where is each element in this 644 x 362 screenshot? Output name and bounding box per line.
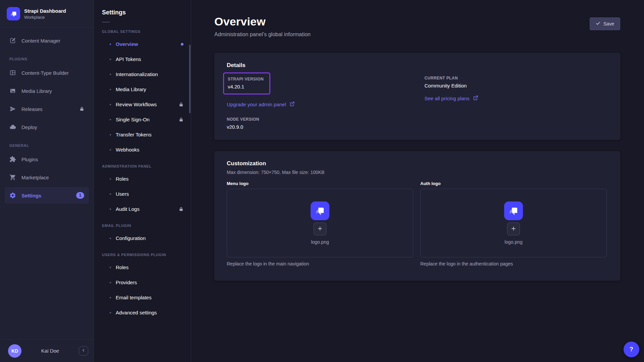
bullet-dot — [110, 44, 111, 45]
pen-icon — [9, 37, 16, 44]
gear-icon — [9, 192, 16, 199]
bullet-dot — [110, 238, 111, 239]
main-content: Overview Administration panel’s global i… — [191, 0, 644, 362]
subnav-item-label: Overview — [116, 41, 138, 47]
current-plan-field: CURRENT PLAN Community Edition — [425, 76, 607, 88]
strapi-version-highlight: STRAPI VERSION v4.20.1 — [223, 72, 270, 95]
nav-item-settings[interactable]: Settings 1 — [5, 187, 89, 204]
subnav-section-users-permissions: USERS & PERMISSIONS PLUGIN — [94, 253, 191, 257]
scrollbar-thumb[interactable] — [189, 45, 191, 113]
lock-icon — [79, 107, 84, 111]
subnav-item-webhooks[interactable]: Webhooks — [94, 142, 191, 157]
external-link-icon — [289, 101, 295, 108]
subnav-item-api-tokens[interactable]: API Tokens — [94, 52, 191, 67]
current-plan-value: Community Edition — [425, 83, 607, 88]
nav-item-releases[interactable]: Releases — [5, 101, 89, 117]
cloud-icon — [9, 124, 16, 130]
lock-icon — [179, 117, 183, 122]
logo-row: Menu logo logo.png Replace the logo in t… — [227, 181, 607, 266]
auth-logo-upload[interactable]: logo.png — [420, 189, 607, 257]
customization-constraints: Max dimension: 750×750, Max file size: 1… — [227, 170, 607, 175]
subnav-item-email-templates[interactable]: Email templates — [94, 290, 191, 305]
subnav-item-label: Users — [116, 191, 129, 197]
subnav-item-label: Single Sign-On — [116, 117, 150, 122]
add-auth-logo-button[interactable] — [507, 223, 520, 235]
auth-logo-filename: logo.png — [504, 239, 523, 245]
subnav-item-review-workflows[interactable]: Review Workflows — [94, 97, 191, 112]
subnav-item-label: Transfer Tokens — [116, 132, 152, 137]
picture-icon — [9, 87, 16, 94]
pricing-plans-link[interactable]: See all pricing plans — [425, 95, 478, 102]
lock-icon — [179, 207, 183, 212]
subnav-item-label: Audit Logs — [116, 206, 140, 212]
page-header: Overview Administration panel’s global i… — [214, 15, 620, 38]
save-button[interactable]: Save — [590, 17, 620, 30]
nav-item-content-type-builder[interactable]: Content-Type Builder — [5, 64, 89, 81]
help-button[interactable]: ? — [624, 342, 639, 357]
subnav-item-label: Media Library — [116, 86, 146, 92]
page-heading-block: Overview Administration panel’s global i… — [214, 15, 311, 38]
subnav-item-users[interactable]: Users — [94, 186, 191, 201]
nav-item-label: Content-Type Builder — [21, 70, 69, 76]
nav-item-label: Marketplace — [21, 175, 49, 180]
collapse-sidebar-button[interactable] — [79, 346, 88, 356]
bullet-dot — [110, 312, 111, 313]
menu-logo-hint: Replace the logo in the main navigation — [227, 261, 413, 266]
subnav-item-up-roles[interactable]: Roles — [94, 260, 191, 275]
nav-item-deploy[interactable]: Deploy — [5, 119, 89, 135]
subnav-item-admin-roles[interactable]: Roles — [94, 171, 191, 186]
bullet-dot — [110, 134, 111, 135]
subnav-item-label: Internationalization — [116, 71, 158, 77]
bullet-dot — [110, 297, 111, 298]
subnav-item-label: Review Workflows — [116, 102, 157, 107]
nav-item-label: Deploy — [21, 124, 37, 130]
main-nav-list: Content Manager PLUGINS Content-Type Bui… — [0, 28, 94, 339]
strapi-version-label: STRAPI VERSION — [228, 77, 264, 81]
subnav-item-label: Providers — [116, 280, 137, 285]
add-menu-logo-button[interactable] — [314, 223, 326, 235]
nav-item-label: Plugins — [21, 157, 38, 162]
cart-icon — [9, 174, 16, 181]
workspace-header[interactable]: Strapi Dashboard Workplace — [0, 0, 94, 28]
subnav-section-administration-panel: ADMINISTRATION PANEL — [94, 164, 191, 168]
workspace-subtitle: Workplace — [24, 15, 66, 20]
bullet-dot — [110, 193, 111, 195]
nav-item-media-library[interactable]: Media Library — [5, 82, 89, 99]
nav-item-content-manager[interactable]: Content Manager — [5, 32, 89, 49]
details-left-column: STRAPI VERSION v4.20.1 Upgrade your admi… — [227, 76, 409, 130]
subnav-title: Settings — [94, 9, 191, 16]
menu-logo-upload[interactable]: logo.png — [227, 189, 413, 257]
subnav-item-media-library[interactable]: Media Library — [94, 82, 191, 97]
bullet-dot — [110, 119, 111, 120]
subnav-item-label: Roles — [116, 176, 128, 182]
main-sidebar: Strapi Dashboard Workplace Content Manag… — [0, 0, 94, 362]
nav-item-marketplace[interactable]: Marketplace — [5, 169, 89, 186]
subnav-item-transfer-tokens[interactable]: Transfer Tokens — [94, 127, 191, 142]
subnav-item-label: API Tokens — [116, 56, 141, 62]
subnav-item-internationalization[interactable]: Internationalization — [94, 67, 191, 82]
user-footer: KD Kai Doe — [0, 339, 94, 362]
subnav-item-single-sign-on[interactable]: Single Sign-On — [94, 112, 191, 127]
plus-icon — [511, 226, 517, 233]
subnav-item-overview[interactable]: Overview — [94, 37, 191, 52]
nav-item-label: Media Library — [21, 88, 52, 94]
upgrade-admin-panel-link[interactable]: Upgrade your admin panel — [227, 101, 295, 108]
customization-card-title: Customization — [227, 160, 607, 167]
layout-icon — [9, 69, 16, 76]
details-grid: STRAPI VERSION v4.20.1 Upgrade your admi… — [227, 76, 607, 130]
nav-item-plugins[interactable]: Plugins — [5, 151, 89, 168]
subnav-item-audit-logs[interactable]: Audit Logs — [94, 201, 191, 217]
bullet-dot — [110, 74, 111, 75]
subnav-item-label: Email templates — [116, 295, 152, 300]
subnav-item-label: Roles — [116, 264, 128, 270]
lock-icon — [179, 102, 183, 107]
subnav-item-advanced-settings[interactable]: Advanced settings — [94, 305, 191, 320]
upgrade-link-label: Upgrade your admin panel — [227, 102, 286, 107]
bullet-dot — [110, 178, 111, 180]
bullet-dot — [110, 89, 111, 90]
avatar[interactable]: KD — [8, 344, 21, 358]
title-divider — [102, 22, 110, 22]
subnav-item-configuration[interactable]: Configuration — [94, 231, 191, 246]
pricing-link-label: See all pricing plans — [425, 96, 470, 101]
subnav-item-providers[interactable]: Providers — [94, 275, 191, 290]
